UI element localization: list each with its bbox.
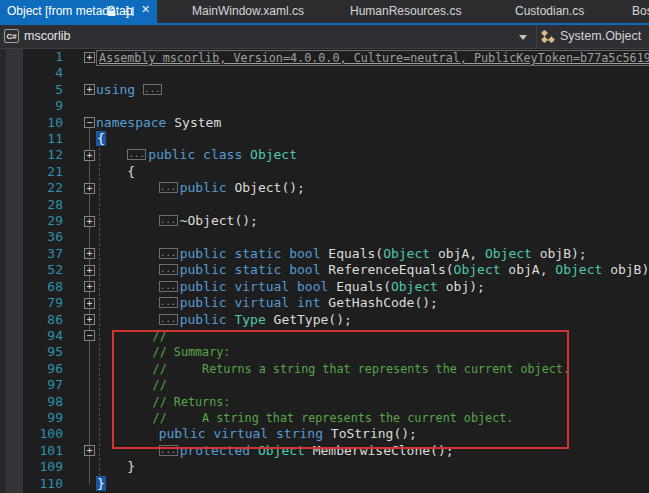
token: Object bbox=[250, 147, 297, 162]
vs-editor-window: Object [from metadata] ✕ MainWindow.xaml… bbox=[0, 0, 649, 493]
collapsed-code-ellipsis[interactable]: ... bbox=[159, 264, 178, 275]
expand-outlining-icon[interactable]: + bbox=[84, 216, 95, 227]
code-line[interactable]: 68+ ...public virtual bool Equals(Object… bbox=[0, 279, 649, 295]
token: { bbox=[96, 164, 135, 179]
code-line[interactable]: 21 { bbox=[0, 164, 649, 180]
token: Equals( bbox=[328, 246, 383, 261]
token bbox=[96, 147, 127, 162]
line-number: 11 bbox=[0, 131, 63, 147]
type-dropdown[interactable]: System.Object bbox=[560, 29, 641, 43]
expand-outlining-icon[interactable]: + bbox=[84, 84, 95, 95]
expand-outlining-icon[interactable]: + bbox=[84, 445, 95, 456]
code-line[interactable]: 79+ ...public virtual int GetHashCode(); bbox=[0, 295, 649, 311]
token: GetType(); bbox=[266, 312, 352, 327]
line-number: 94 bbox=[0, 328, 63, 344]
collapsed-code-ellipsis[interactable]: ... bbox=[159, 182, 178, 193]
code-line[interactable]: 9 bbox=[0, 98, 649, 114]
code-line[interactable]: 86+ ...public Type GetType(); bbox=[0, 312, 649, 328]
expand-outlining-icon[interactable]: + bbox=[84, 52, 95, 63]
token bbox=[96, 180, 159, 195]
code-text: { bbox=[96, 164, 135, 180]
code-line[interactable]: 1+Assembly mscorlib, Version=4.0.0.0, Cu… bbox=[0, 49, 649, 65]
code-line[interactable]: 4 bbox=[0, 65, 649, 81]
token bbox=[96, 295, 159, 310]
tab-custodian[interactable]: Custodian.cs bbox=[515, 4, 584, 18]
collapse-outlining-icon[interactable]: − bbox=[84, 117, 95, 128]
code-line[interactable]: 37+ ...public static bool Equals(Object … bbox=[0, 246, 649, 262]
code-line[interactable]: 52+ ...public static bool ReferenceEqual… bbox=[0, 262, 649, 278]
expand-outlining-icon[interactable]: + bbox=[84, 248, 95, 259]
line-number: 68 bbox=[0, 279, 63, 295]
code-editor[interactable]: 1+Assembly mscorlib, Version=4.0.0.0, Cu… bbox=[0, 49, 649, 493]
pin-icon[interactable] bbox=[123, 5, 136, 18]
expand-outlining-icon[interactable]: + bbox=[84, 314, 95, 325]
token: GetHashCode(); bbox=[328, 295, 438, 310]
token bbox=[96, 279, 159, 294]
code-line[interactable]: 110} bbox=[0, 476, 649, 492]
code-text: } bbox=[96, 459, 135, 475]
token: public virtual int bbox=[180, 295, 329, 310]
expand-outlining-icon[interactable]: + bbox=[84, 183, 95, 194]
tab-clipped[interactable]: Bos bbox=[632, 4, 649, 18]
matched-brace: { bbox=[96, 131, 106, 146]
token bbox=[96, 262, 159, 277]
line-number: 28 bbox=[0, 197, 63, 213]
collapsed-code-ellipsis[interactable]: ... bbox=[159, 215, 178, 226]
expand-outlining-icon[interactable]: + bbox=[84, 150, 95, 161]
token: public bbox=[180, 180, 235, 195]
lock-icon bbox=[105, 5, 118, 18]
code-text: ...public Object(); bbox=[96, 180, 305, 196]
code-line[interactable]: 11{ bbox=[0, 131, 649, 147]
line-number: 109 bbox=[0, 459, 63, 475]
code-text: namespace System bbox=[96, 115, 221, 131]
code-line[interactable]: 5+using ... bbox=[0, 82, 649, 98]
token bbox=[96, 312, 159, 327]
tab-humanresources[interactable]: HumanResources.cs bbox=[350, 4, 461, 18]
code-line[interactable]: 36 bbox=[0, 229, 649, 245]
collapsed-region-box[interactable]: Assembly mscorlib, Version=4.0.0.0, Cult… bbox=[96, 50, 649, 66]
token: Object bbox=[383, 246, 430, 261]
code-line[interactable]: 29+ ...~Object(); bbox=[0, 213, 649, 229]
line-number: 97 bbox=[0, 377, 63, 393]
token: objA, bbox=[501, 262, 556, 277]
expand-outlining-icon[interactable]: + bbox=[84, 298, 95, 309]
collapsed-code-ellipsis[interactable]: ... bbox=[159, 314, 178, 325]
tab-mainwindow[interactable]: MainWindow.xaml.cs bbox=[192, 4, 304, 18]
line-number: 22 bbox=[0, 180, 63, 196]
collapsed-code-ellipsis[interactable]: ... bbox=[127, 149, 146, 160]
code-text: { bbox=[96, 131, 106, 147]
code-line[interactable]: 10−namespace System bbox=[0, 115, 649, 131]
code-line[interactable]: 22+ ...public Object(); bbox=[0, 180, 649, 196]
token bbox=[96, 213, 159, 228]
collapse-outlining-icon[interactable]: − bbox=[84, 330, 95, 341]
navigation-bar: C# mscorlib System.Object bbox=[0, 25, 649, 49]
line-number: 96 bbox=[0, 361, 63, 377]
token: using bbox=[96, 82, 143, 97]
collapsed-code-ellipsis[interactable]: ... bbox=[159, 248, 178, 259]
collapsed-code-ellipsis[interactable]: ... bbox=[159, 281, 178, 292]
collapsed-code-ellipsis[interactable]: ... bbox=[143, 84, 162, 95]
expand-outlining-icon[interactable]: + bbox=[84, 265, 95, 276]
line-number: 95 bbox=[0, 344, 63, 360]
line-number: 5 bbox=[0, 82, 63, 98]
token: Equals( bbox=[336, 279, 391, 294]
code-line[interactable]: 28 bbox=[0, 197, 649, 213]
csharp-file-icon: C# bbox=[4, 29, 19, 43]
navbar-divider bbox=[536, 25, 537, 48]
expand-outlining-icon[interactable]: + bbox=[84, 281, 95, 292]
collapsed-code-ellipsis[interactable]: ... bbox=[159, 297, 178, 308]
code-line[interactable]: 12+ ...public class Object bbox=[0, 147, 649, 163]
token: public bbox=[180, 312, 235, 327]
token: public static bool bbox=[180, 246, 329, 261]
assembly-info-text: Assembly mscorlib, Version=4.0.0.0, Cult… bbox=[99, 51, 649, 65]
token: public class bbox=[148, 147, 250, 162]
tab-object-from-metadata[interactable]: Object [from metadata] ✕ bbox=[0, 0, 157, 23]
assembly-dropdown[interactable]: mscorlib bbox=[24, 29, 71, 43]
line-number: 99 bbox=[0, 410, 63, 426]
token: Object bbox=[485, 246, 532, 261]
code-text: Assembly mscorlib, Version=4.0.0.0, Cult… bbox=[96, 49, 649, 66]
close-icon[interactable]: ✕ bbox=[139, 3, 152, 16]
chevron-down-icon[interactable] bbox=[519, 35, 527, 40]
token: public virtual bool bbox=[180, 279, 337, 294]
code-line[interactable]: 109 } bbox=[0, 459, 649, 475]
